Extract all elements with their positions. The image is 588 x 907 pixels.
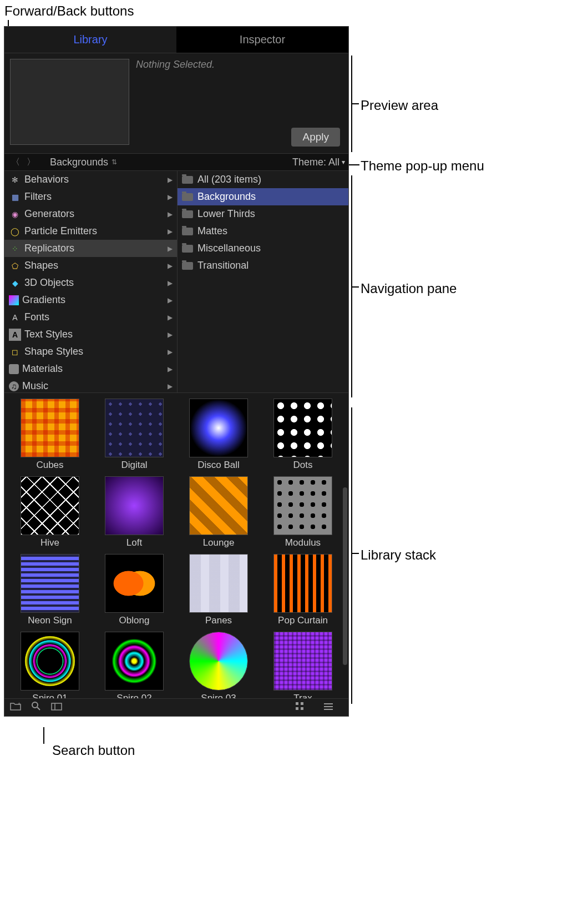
subfolder-label: Transitional bbox=[197, 260, 249, 271]
chevron-right-icon: ▶ bbox=[168, 279, 173, 287]
category-item[interactable]: AText Styles▶ bbox=[4, 326, 177, 343]
stack-label: Loft bbox=[99, 537, 170, 548]
stack-item[interactable]: Loft bbox=[99, 476, 170, 548]
subfolder-item[interactable]: Lower Thirds bbox=[178, 205, 348, 223]
panel-tabs: Library Inspector bbox=[4, 27, 348, 53]
callout-line bbox=[351, 553, 359, 554]
mus-icon: ♫ bbox=[9, 381, 19, 391]
stack-item[interactable]: Lounge bbox=[183, 476, 254, 548]
callout-preview: Preview area bbox=[361, 98, 438, 113]
callout-search: Search button bbox=[52, 743, 135, 758]
stack-item[interactable]: Neon Sign bbox=[14, 554, 85, 626]
category-label: Filters bbox=[24, 191, 52, 203]
folder-icon bbox=[182, 210, 193, 218]
stack-thumbnail bbox=[105, 632, 164, 691]
mat-icon bbox=[9, 364, 19, 374]
tab-inspector[interactable]: Inspector bbox=[176, 27, 348, 53]
chevron-right-icon: ▶ bbox=[168, 314, 173, 321]
category-item[interactable]: ◻Shape Styles▶ bbox=[4, 343, 177, 360]
back-button[interactable]: 〈 bbox=[8, 157, 23, 168]
stack-item[interactable]: Modulus bbox=[267, 476, 338, 548]
stack-thumbnail bbox=[189, 554, 248, 613]
folder-icon bbox=[182, 262, 193, 270]
category-label: Shape Styles bbox=[24, 346, 83, 357]
search-button[interactable] bbox=[31, 701, 41, 714]
scrollbar[interactable] bbox=[343, 487, 347, 665]
svg-rect-5 bbox=[296, 702, 298, 705]
preview-thumbnail bbox=[10, 59, 129, 145]
stack-item[interactable]: Spiro 02 bbox=[99, 632, 170, 698]
path-bar: 〈 〉 Backgrounds ⇅ Theme: All ▾ bbox=[4, 153, 348, 171]
path-sort-icon[interactable]: ⇅ bbox=[111, 158, 117, 166]
library-panel: Library Inspector Nothing Selected. Appl… bbox=[4, 26, 349, 717]
subfolder-item[interactable]: All (203 items) bbox=[178, 171, 348, 188]
category-item[interactable]: ▦Filters▶ bbox=[4, 188, 177, 205]
subfolder-item[interactable]: Transitional bbox=[178, 257, 348, 274]
category-item[interactable]: AFonts▶ bbox=[4, 309, 177, 326]
stack-item[interactable]: Dots bbox=[267, 399, 338, 471]
subfolder-label: Mattes bbox=[197, 225, 227, 237]
stack-label: Panes bbox=[183, 615, 254, 626]
path-current[interactable]: Backgrounds bbox=[50, 157, 108, 168]
category-item[interactable]: ◆3D Objects▶ bbox=[4, 274, 177, 291]
stack-item[interactable]: Oblong bbox=[99, 554, 170, 626]
category-label: Gradients bbox=[22, 294, 65, 306]
category-item[interactable]: ✻Behaviors▶ bbox=[4, 171, 177, 188]
3d-icon: ◆ bbox=[9, 277, 21, 289]
callout-theme: Theme pop-up menu bbox=[361, 158, 484, 174]
stack-item[interactable]: Panes bbox=[183, 554, 254, 626]
chevron-right-icon: ▶ bbox=[168, 245, 173, 253]
forward-button[interactable]: 〉 bbox=[23, 157, 39, 168]
category-label: Text Styles bbox=[24, 329, 73, 340]
category-item[interactable]: ◉Generators▶ bbox=[4, 205, 177, 223]
category-item[interactable]: ⬠Shapes▶ bbox=[4, 257, 177, 274]
new-folder-button[interactable]: + bbox=[10, 702, 21, 713]
stack-thumbnail bbox=[273, 554, 332, 613]
gen-icon: ◉ bbox=[9, 208, 21, 220]
stack-item[interactable]: Spiro 01 bbox=[14, 632, 85, 698]
subfolder-item[interactable]: Miscellaneous bbox=[178, 240, 348, 257]
callout-line bbox=[351, 103, 359, 104]
category-item[interactable]: ♫Music▶ bbox=[4, 377, 177, 392]
folder-icon bbox=[182, 228, 193, 235]
ts-icon: A bbox=[9, 329, 21, 341]
stack-thumbnail bbox=[105, 476, 164, 535]
theme-popup[interactable]: Theme: All ▾ bbox=[292, 157, 345, 168]
shape-icon: ⬠ bbox=[9, 260, 21, 272]
stack-item[interactable]: Spiro 03 bbox=[183, 632, 254, 698]
subfolder-label: All (203 items) bbox=[197, 174, 261, 185]
sidebar-toggle-button[interactable] bbox=[51, 702, 62, 713]
svg-line-2 bbox=[37, 707, 40, 710]
stack-label: Digital bbox=[99, 460, 170, 471]
apply-button[interactable]: Apply bbox=[291, 128, 340, 147]
stack-label: Spiro 02 bbox=[99, 693, 170, 698]
stack-item[interactable]: Cubes bbox=[14, 399, 85, 471]
stack-thumbnail bbox=[105, 399, 164, 457]
category-item[interactable]: Materials▶ bbox=[4, 360, 177, 377]
category-item[interactable]: ⁘Replicators▶ bbox=[4, 240, 177, 257]
folder-icon bbox=[182, 176, 193, 184]
stack-item[interactable]: Pop Curtain bbox=[267, 554, 338, 626]
category-column: ✻Behaviors▶▦Filters▶◉Generators▶◯Particl… bbox=[4, 171, 178, 392]
stack-item[interactable]: Hive bbox=[14, 476, 85, 548]
category-item[interactable]: Gradients▶ bbox=[4, 291, 177, 309]
preview-area: Nothing Selected. Apply bbox=[4, 53, 348, 153]
font-icon: A bbox=[9, 311, 21, 324]
stack-thumbnail bbox=[273, 632, 332, 691]
subfolder-label: Backgrounds bbox=[197, 191, 256, 203]
stack-thumbnail bbox=[273, 399, 332, 457]
subfolder-item[interactable]: Backgrounds bbox=[178, 188, 348, 205]
chevron-right-icon: ▶ bbox=[168, 228, 173, 235]
tab-library[interactable]: Library bbox=[4, 27, 176, 53]
stack-item[interactable]: Disco Ball bbox=[183, 399, 254, 471]
stack-label: Cubes bbox=[14, 460, 85, 471]
subfolder-item[interactable]: Mattes bbox=[178, 223, 348, 240]
stack-item[interactable]: Trax bbox=[267, 632, 338, 698]
stack-item[interactable]: Digital bbox=[99, 399, 170, 471]
icon-view-button[interactable] bbox=[295, 702, 304, 713]
stack-thumbnail bbox=[21, 554, 79, 613]
category-label: Replicators bbox=[24, 243, 74, 254]
stack-label: Pop Curtain bbox=[267, 615, 338, 626]
category-item[interactable]: ◯Particle Emitters▶ bbox=[4, 223, 177, 240]
list-view-button[interactable] bbox=[324, 702, 333, 713]
